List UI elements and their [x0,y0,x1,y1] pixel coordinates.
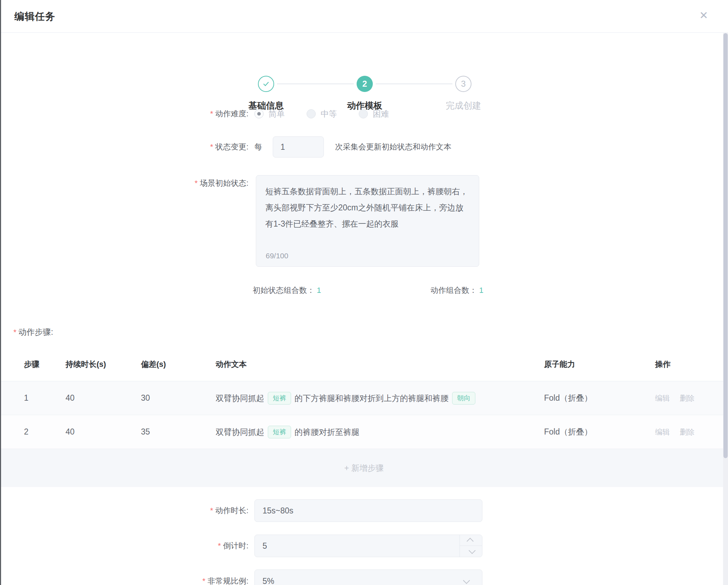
object-tag: 短裤 [268,426,291,438]
scrollbar-track[interactable] [723,33,728,585]
table-row: 1 40 30 双臂协同抓起短裤的下方裤腿和裤腰对折到上方的裤腿和裤腰朝向 Fo… [0,381,728,415]
cell-actions: 编辑删除 [655,393,728,403]
cell-actions: 编辑删除 [655,427,728,437]
action-duration-label: *动作时长: [0,505,248,516]
required-asterisk: * [202,577,205,585]
check-icon [262,80,270,88]
col-header-ability: 原子能力 [544,359,655,370]
cell-deviation: 35 [141,427,216,437]
col-header-deviation: 偏差(s) [141,359,216,370]
action-duration-row: *动作时长: [0,499,728,522]
unusual-ratio-label: *非常规比例: [0,576,248,585]
step-2-number: 2 [362,79,367,89]
edit-link[interactable]: 编辑 [655,428,670,436]
step-2-circle: 2 [357,76,373,92]
scene-state-text: 短裤五条数据背面朝上，五条数据正面朝上，裤腰朝右，离头部视野下方至少20cm之外… [265,183,470,232]
cell-step: 1 [24,393,66,403]
steps-table: 步骤 持续时长(s) 偏差(s) 动作文本 原子能力 操作 1 40 30 双臂… [0,347,728,487]
cell-step: 2 [24,427,66,437]
cell-action-text: 双臂协同抓起短裤的下方裤腿和裤腰对折到上方的裤腿和裤腰朝向 [216,392,544,405]
cell-duration: 40 [66,427,141,437]
chevron-up-icon [467,538,474,545]
required-asterisk: * [210,506,213,515]
scrollbar-thumb[interactable] [723,33,728,458]
state-change-label: *状态变更: [0,142,248,152]
action-combo-count: 动作组合数：1 [431,285,483,296]
cell-duration: 40 [66,393,141,403]
cell-ability: Fold（折叠） [544,393,655,404]
state-change-row: *状态变更: 每 次采集会更新初始状态和动作文本 [0,136,728,158]
countdown-input-wrap [254,535,482,557]
table-header-row: 步骤 持续时长(s) 偏差(s) 动作文本 原子能力 操作 [0,347,728,381]
spinner-increase-button[interactable] [460,535,482,546]
col-header-actions: 操作 [655,359,728,370]
step-3-number: 3 [461,79,465,89]
required-asterisk: * [195,179,198,187]
step-1-label: 基础信息 [224,100,308,111]
initial-combo-label: 初始状态组合数： [253,286,315,295]
combo-counts-row: 初始状态组合数：1 动作组合数：1 [253,285,483,296]
required-asterisk: * [218,541,221,550]
number-spinner [459,535,482,557]
steps-section-label: *动作步骤: [13,327,728,338]
col-header-duration: 持续时长(s) [66,359,141,370]
step-3-circle: 3 [455,76,471,92]
select-value: 5% [263,577,274,585]
delete-link[interactable]: 删除 [680,428,695,436]
delete-link[interactable]: 删除 [680,394,695,402]
required-asterisk: * [13,328,17,337]
chevron-down-icon [468,547,475,554]
required-asterisk: * [210,109,213,118]
scene-state-row: *场景初始状态: 短裤五条数据背面朝上，五条数据正面朝上，裤腰朝右，离头部视野下… [0,175,728,267]
background-page-sliver [0,0,1,585]
table-row: 2 40 35 双臂协同抓起短裤的裤腰对折至裤腿 Fold（折叠） 编辑删除 [0,415,728,449]
orientation-tag: 朝向 [452,392,475,405]
char-counter: 69/100 [266,252,288,260]
initial-combo-count: 初始状态组合数：1 [253,285,321,296]
required-asterisk: * [210,142,213,151]
state-change-input[interactable] [273,136,324,158]
action-combo-label: 动作组合数： [431,286,477,295]
cell-deviation: 30 [141,393,216,403]
unusual-ratio-select[interactable]: 5% [254,569,482,585]
step-1-circle [258,76,274,92]
unusual-ratio-row: *非常规比例: 5% [0,569,728,585]
action-duration-input[interactable] [254,499,482,522]
spinner-decrease-button[interactable] [460,546,482,557]
state-change-prefix: 每 [254,142,262,152]
initial-combo-value: 1 [317,286,321,295]
dialog-header: 编辑任务 ✕ [0,0,728,33]
wizard-stepper: 2 3 基础信息 动作模板 完成创建 [0,33,728,86]
countdown-input[interactable] [254,535,482,557]
col-header-action-text: 动作文本 [216,359,544,370]
chevron-down-icon [463,577,470,584]
col-header-step: 步骤 [24,359,66,370]
scene-state-textarea[interactable]: 短裤五条数据背面朝上，五条数据正面朝上，裤腰朝右，离头部视野下方至少20cm之外… [256,175,479,267]
difficulty-label: *动作难度: [0,109,248,119]
step-connector [376,84,452,84]
edit-link[interactable]: 编辑 [655,394,670,402]
step-3-label: 完成创建 [421,100,506,111]
object-tag: 短裤 [268,392,291,405]
step-2-label: 动作模板 [322,100,407,111]
dialog-title: 编辑任务 [14,10,55,23]
add-step-row: + 新增步骤 [0,449,728,487]
step-connector [277,84,354,84]
close-icon[interactable]: ✕ [696,8,711,23]
action-combo-value: 1 [479,286,483,295]
add-step-button[interactable]: + 新增步骤 [344,463,384,474]
state-change-suffix: 次采集会更新初始状态和动作文本 [335,142,451,152]
cell-ability: Fold（折叠） [544,426,655,437]
countdown-row: *倒计时: [0,534,728,558]
cell-action-text: 双臂协同抓起短裤的裤腰对折至裤腿 [216,426,544,438]
scene-state-label: *场景初始状态: [0,175,248,189]
countdown-label: *倒计时: [0,541,248,551]
